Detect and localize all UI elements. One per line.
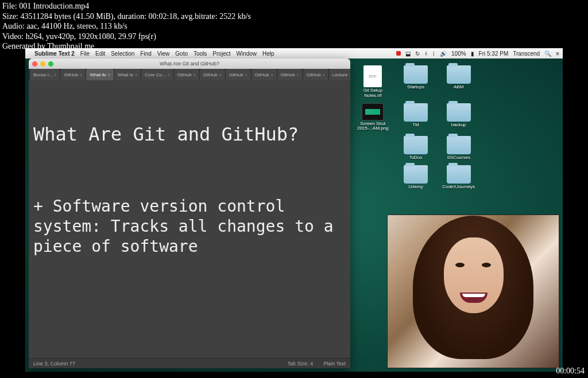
editor-tab[interactable]: What Is× [114, 69, 141, 80]
clock[interactable]: Fri 5:32 PM [479, 50, 509, 57]
desktop-icon[interactable]: CodeXJourneys [438, 165, 479, 190]
overlay-file: File: 001 Introduction.mp4 [2, 1, 251, 11]
desktop-icon-grid: RTFGit Setup Notes.rtfStartupsABMScreen … [353, 65, 479, 190]
sublime-text-window: What Are Git and GitHub? Bonus l...×GitH… [29, 59, 350, 368]
editor-tab[interactable]: What Ar× [86, 69, 114, 80]
desktop-icon-label: backup [451, 123, 466, 128]
thumbnail-timestamp: 00:00:54 [556, 367, 585, 376]
desktop-icon-label: Screen Shot 2015-...AM.png [354, 122, 391, 132]
user-name[interactable]: Transcend [513, 50, 540, 57]
editor-tab[interactable]: GitHub× [277, 69, 303, 80]
desktop-icon-label: TM [412, 123, 419, 128]
editor-heading-text: What Are Git and GitHub? [33, 123, 346, 146]
editor-tab[interactable]: Bonus l...× [30, 69, 60, 80]
editor-tab[interactable]: GitHub× [252, 69, 277, 80]
editor-tab[interactable]: GitHub× [226, 69, 251, 80]
status-tab-size[interactable]: Tab Size: 4 [288, 361, 314, 367]
desktop-icon-label: Git Setup Notes.rtf [354, 88, 391, 99]
editor-tab[interactable]: GitHub× [60, 69, 86, 80]
image-file-icon [362, 103, 384, 120]
tab-label: GitHub [177, 72, 192, 77]
overlay-generator: Generated by Thumbnail me [2, 41, 251, 52]
tab-close-icon[interactable]: × [135, 73, 137, 77]
tab-close-icon[interactable]: × [54, 73, 56, 77]
battery-percent[interactable]: 100% [451, 50, 466, 57]
desktop-icon[interactable]: ABM [438, 65, 479, 99]
status-cursor-position[interactable]: Line 3, Column 77 [33, 361, 75, 367]
recording-indicator-icon[interactable] [396, 51, 401, 56]
editor-tab[interactable]: GitHub× [200, 69, 225, 80]
tab-close-icon[interactable]: × [323, 73, 325, 77]
wifi-icon[interactable]: ⧙ [432, 50, 435, 57]
status-syntax[interactable]: Plain Text [323, 361, 346, 367]
sublime-tab-bar: Bonus l...×GitHub×What Ar×What Is×Core C… [29, 69, 350, 80]
editor-body-text: + Software version control system: Track… [33, 196, 346, 256]
tab-close-icon[interactable]: × [219, 73, 222, 77]
tab-label: GitHub [203, 72, 218, 77]
editor-area[interactable]: What Are Git and GitHub? + Software vers… [29, 80, 350, 358]
folder-icon [447, 103, 471, 122]
bluetooth-icon[interactable]: ᚼ [424, 50, 428, 57]
desktop-icon[interactable]: Startups [396, 65, 436, 99]
tab-close-icon[interactable]: × [349, 73, 350, 77]
editor-tab[interactable]: Lecture× [329, 69, 350, 80]
folder-icon [447, 65, 471, 84]
webcam-overlay [387, 215, 559, 368]
sync-icon[interactable]: ↻ [415, 50, 420, 57]
battery-icon[interactable]: ▮ [471, 50, 474, 57]
desktop-icon-label: Startups [407, 85, 424, 90]
folder-icon [404, 65, 428, 84]
tab-close-icon[interactable]: × [245, 73, 247, 77]
desktop-icon-label: Udemy [408, 185, 423, 190]
tab-label: Lecture [332, 72, 348, 77]
overlay-video: Video: h264, yuv420p, 1920x1080, 29.97 f… [2, 32, 251, 42]
desktop-icon[interactable]: TM [396, 103, 436, 132]
folder-icon [447, 165, 471, 184]
desktop-icon[interactable]: Screen Shot 2015-...AM.png [353, 103, 393, 132]
desktop-icon[interactable]: Udemy [396, 165, 436, 190]
menu-help[interactable]: Help [262, 50, 274, 57]
tab-label: What Is [118, 72, 133, 77]
desktop-icon[interactable]: ToDos [396, 136, 436, 161]
editor-tab[interactable]: Core Co...× [141, 69, 173, 80]
desktop-icon-label: CodeXJourneys [442, 185, 475, 190]
window-title: What Are Git and GitHub? [29, 61, 350, 67]
folder-icon [404, 165, 428, 184]
tab-close-icon[interactable]: × [271, 73, 273, 77]
desktop-icon-label: ABM [454, 85, 463, 90]
spotlight-icon[interactable]: 🔍 [544, 50, 551, 57]
dropbox-icon[interactable]: ⬓ [405, 50, 411, 57]
tab-label: What Ar [90, 72, 106, 77]
volume-icon[interactable]: 🔊 [440, 50, 447, 57]
tab-close-icon[interactable]: × [80, 73, 82, 77]
tab-close-icon[interactable]: × [108, 73, 110, 77]
tab-label: Bonus l... [33, 72, 52, 77]
tab-close-icon[interactable]: × [297, 73, 299, 77]
window-titlebar[interactable]: What Are Git and GitHub? [29, 59, 350, 69]
thumbnail-info-overlay: File: 001 Introduction.mp4 Size: 4351128… [0, 0, 253, 53]
overlay-size: Size: 43511284 bytes (41.50 MiB), durati… [2, 11, 251, 22]
tab-label: GitHub [229, 72, 243, 77]
webcam-feed [388, 215, 559, 368]
desktop-icon-label: ToDos [409, 155, 423, 161]
menubar-right: ⬓ ↻ ᚼ ⧙ 🔊 100% ▮ Fri 5:32 PM Transcend 🔍… [396, 50, 559, 57]
file-icon: RTF [363, 65, 382, 87]
tab-label: GitHub [281, 72, 295, 77]
tab-label: GitHub [255, 72, 269, 77]
editor-tab[interactable]: GitHub× [303, 69, 328, 80]
sublime-statusbar: Line 3, Column 77 Tab Size: 4 Plain Text [29, 358, 350, 368]
folder-icon [404, 103, 428, 122]
folder-icon [404, 136, 428, 154]
desktop-icon-label: SSCourses [447, 155, 470, 161]
desktop-icon[interactable]: SSCourses [438, 136, 479, 161]
editor-tab[interactable]: GitHub× [174, 69, 199, 80]
notification-center-icon[interactable]: ≡ [556, 50, 559, 57]
tab-label: GitHub [64, 72, 78, 77]
desktop-icon[interactable]: RTFGit Setup Notes.rtf [353, 65, 393, 99]
presenter-face [436, 231, 510, 328]
tab-close-icon[interactable]: × [194, 73, 196, 77]
overlay-audio: Audio: aac, 44100 Hz, stereo, 113 kb/s [2, 21, 251, 32]
tab-close-icon[interactable]: × [168, 73, 170, 77]
desktop-icon[interactable]: backup [438, 103, 479, 132]
folder-icon [447, 136, 471, 154]
